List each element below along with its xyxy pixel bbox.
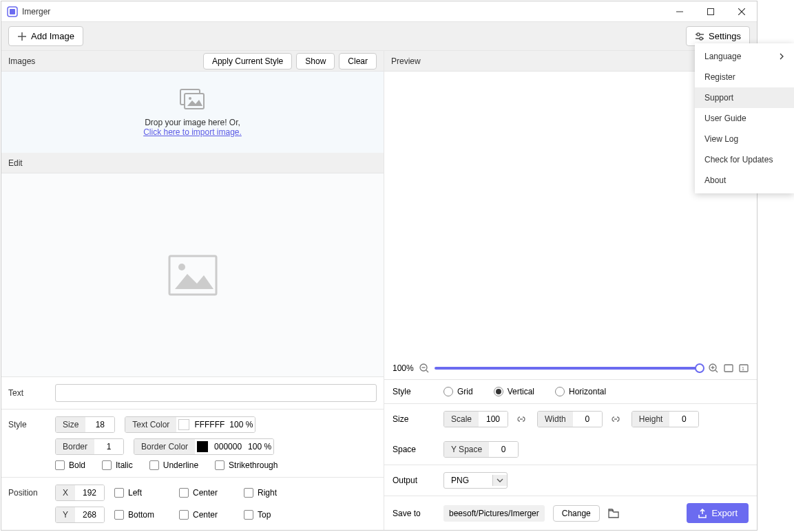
size-input[interactable] bbox=[85, 417, 114, 432]
clear-button[interactable]: Clear bbox=[339, 53, 377, 70]
size-field: Size bbox=[55, 416, 115, 433]
zoom-slider[interactable] bbox=[435, 367, 703, 370]
svg-line-21 bbox=[715, 370, 718, 372]
border-input[interactable] bbox=[94, 439, 123, 454]
y-sublabel: Y bbox=[56, 507, 75, 522]
edit-header: Edit bbox=[1, 153, 384, 173]
yspace-input[interactable] bbox=[489, 442, 518, 457]
apply-style-button[interactable]: Apply Current Style bbox=[203, 53, 292, 70]
svg-rect-24 bbox=[724, 365, 733, 372]
height-field: Height bbox=[631, 411, 700, 427]
minimize-button[interactable] bbox=[664, 1, 695, 21]
bottom-checkbox[interactable]: Bottom bbox=[114, 510, 163, 520]
maximize-button[interactable] bbox=[695, 1, 726, 21]
bold-checkbox[interactable]: Bold bbox=[55, 460, 85, 470]
svg-text:1: 1 bbox=[742, 366, 744, 371]
image-stack-icon bbox=[178, 87, 207, 111]
center-v-checkbox[interactable]: Center bbox=[179, 510, 227, 520]
saveto-label: Save to bbox=[393, 509, 439, 518]
output-label: Output bbox=[393, 476, 439, 485]
yspace-field: Y Space bbox=[443, 441, 519, 458]
folder-icon[interactable] bbox=[608, 509, 619, 518]
content-area: Images Apply Current Style Show Clear Dr… bbox=[1, 51, 757, 530]
saveto-row: Save to beesoft/Pictures/Imerger Change … bbox=[384, 496, 757, 530]
actual-size-icon[interactable]: 1 bbox=[739, 363, 749, 373]
menu-about[interactable]: About bbox=[695, 170, 794, 191]
settings-icon bbox=[695, 32, 704, 41]
layout-size-label: Size bbox=[393, 414, 439, 424]
add-image-button[interactable]: Add Image bbox=[8, 26, 83, 46]
link-wh-icon[interactable] bbox=[611, 414, 620, 424]
position-section: Position X Left Center Right Y Bottom bbox=[1, 477, 384, 530]
center-h-checkbox[interactable]: Center bbox=[179, 488, 227, 498]
export-label: Export bbox=[711, 508, 738, 518]
svg-point-11 bbox=[700, 37, 702, 40]
horizontal-radio[interactable]: Horizontal bbox=[555, 387, 606, 396]
left-checkbox[interactable]: Left bbox=[114, 488, 163, 498]
border-color-hex[interactable] bbox=[210, 439, 246, 454]
svg-point-16 bbox=[178, 264, 185, 270]
change-button[interactable]: Change bbox=[553, 505, 600, 522]
top-checkbox[interactable]: Top bbox=[244, 510, 271, 520]
menu-language[interactable]: Language bbox=[695, 46, 794, 67]
images-title: Images bbox=[8, 56, 35, 66]
position-label: Position bbox=[8, 488, 55, 498]
fit-screen-icon[interactable] bbox=[724, 363, 733, 373]
link-scale-icon[interactable] bbox=[516, 414, 526, 424]
text-section: Text bbox=[1, 376, 384, 409]
drop-text: Drop your image here! Or, bbox=[145, 118, 240, 127]
app-icon bbox=[7, 6, 18, 17]
zoom-out-icon[interactable] bbox=[419, 363, 429, 373]
preview-title: Preview bbox=[391, 56, 421, 66]
drop-zone[interactable]: Drop your image here! Or, Click here to … bbox=[1, 72, 384, 153]
export-button[interactable]: Export bbox=[687, 503, 749, 523]
border-color-swatch[interactable] bbox=[195, 439, 210, 454]
text-color-pct[interactable]: 100 % bbox=[227, 417, 255, 432]
x-input[interactable] bbox=[75, 485, 104, 500]
layout-size-row: Size Scale Width Height Space bbox=[384, 404, 757, 465]
svg-line-18 bbox=[426, 370, 428, 372]
y-input[interactable] bbox=[75, 507, 104, 522]
style-section: Style Size Text Color 100 % B bbox=[1, 409, 384, 477]
text-color-swatch[interactable] bbox=[176, 417, 191, 432]
zoom-slider-thumb[interactable] bbox=[695, 363, 704, 373]
zoom-row: 100% 1 bbox=[384, 357, 757, 380]
zoom-in-icon[interactable] bbox=[709, 363, 718, 373]
app-window: Imerger Add Image Settings Images Apply … bbox=[1, 1, 758, 531]
svg-point-14 bbox=[189, 97, 191, 100]
output-format-select[interactable]: PNG bbox=[443, 472, 508, 489]
text-color-hex[interactable] bbox=[191, 417, 227, 432]
layout-space-label: Space bbox=[393, 445, 439, 454]
show-button[interactable]: Show bbox=[296, 53, 335, 70]
underline-checkbox[interactable]: Underline bbox=[149, 460, 198, 470]
svg-point-9 bbox=[697, 33, 700, 36]
vertical-radio[interactable]: Vertical bbox=[494, 387, 534, 396]
grid-radio[interactable]: Grid bbox=[443, 387, 473, 396]
chevron-down-icon bbox=[492, 475, 507, 486]
size-sublabel: Size bbox=[56, 417, 85, 432]
import-link[interactable]: Click here to import image. bbox=[143, 127, 242, 137]
menu-check-updates[interactable]: Check for Updates bbox=[695, 149, 794, 170]
text-input[interactable] bbox=[55, 384, 377, 402]
scale-input[interactable] bbox=[479, 412, 508, 427]
menu-support[interactable]: Support bbox=[695, 87, 794, 108]
scale-field: Scale bbox=[443, 411, 508, 427]
settings-label: Settings bbox=[709, 31, 741, 41]
border-color-pct[interactable]: 100 % bbox=[246, 439, 273, 454]
right-checkbox[interactable]: Right bbox=[244, 488, 277, 498]
saveto-path: beesoft/Pictures/Imerger bbox=[443, 505, 545, 522]
text-color-sublabel: Text Color bbox=[125, 417, 176, 432]
italic-checkbox[interactable]: Italic bbox=[102, 460, 133, 470]
strikethrough-checkbox[interactable]: Strikethrough bbox=[215, 460, 278, 470]
menu-user-guide[interactable]: User Guide bbox=[695, 108, 794, 129]
x-sublabel: X bbox=[56, 485, 75, 500]
menu-view-log[interactable]: View Log bbox=[695, 129, 794, 149]
border-field: Border bbox=[55, 438, 124, 455]
text-color-field: Text Color 100 % bbox=[125, 416, 255, 433]
left-panel: Images Apply Current Style Show Clear Dr… bbox=[1, 51, 384, 530]
width-input[interactable] bbox=[573, 412, 602, 427]
menu-register[interactable]: Register bbox=[695, 67, 794, 87]
layout-style-row: Style Grid Vertical Horizontal bbox=[384, 380, 757, 404]
close-button[interactable] bbox=[726, 1, 757, 21]
height-input[interactable] bbox=[669, 412, 698, 427]
